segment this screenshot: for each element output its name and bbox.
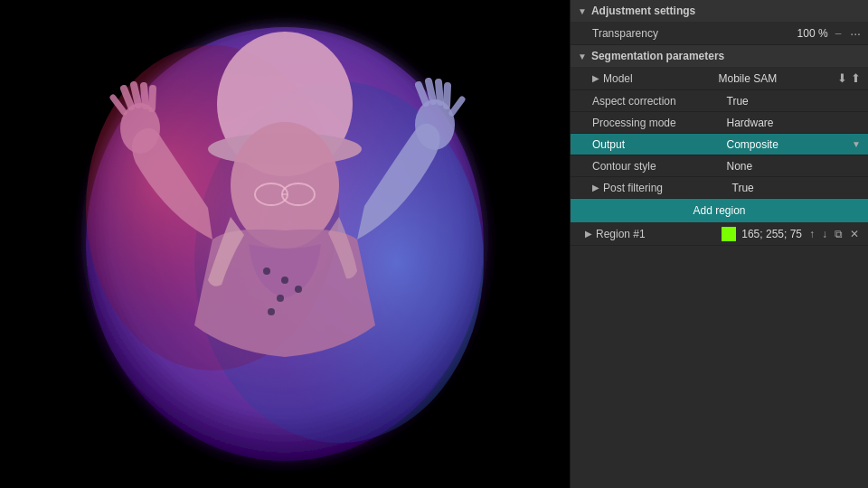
svg-line-25 bbox=[452, 99, 462, 113]
region-expand-arrow: ▶ bbox=[585, 229, 592, 239]
add-region-label: Add region bbox=[693, 204, 745, 217]
add-region-button[interactable]: Add region bbox=[571, 199, 868, 222]
output-dropdown-arrow[interactable]: ▼ bbox=[852, 139, 861, 149]
svg-line-23 bbox=[439, 82, 440, 102]
aspect-correction-value[interactable]: True bbox=[727, 95, 862, 108]
svg-line-24 bbox=[447, 86, 448, 106]
aspect-correction-label: Aspect correction bbox=[592, 95, 727, 108]
segmentation-collapse-arrow: ▼ bbox=[578, 52, 587, 61]
model-expand-arrow: ▶ bbox=[592, 73, 599, 83]
subject-figure bbox=[50, 9, 520, 479]
processing-mode-label: Processing mode bbox=[592, 117, 727, 129]
region-move-up-icon[interactable]: ↑ bbox=[807, 227, 816, 241]
svg-point-9 bbox=[263, 267, 270, 275]
settings-panel: ▼ Adjustment settings Transparency 100 %… bbox=[570, 0, 868, 488]
svg-point-12 bbox=[295, 286, 302, 293]
post-filtering-value[interactable]: True bbox=[732, 182, 862, 194]
post-filtering-row: ▶ Post filtering True bbox=[571, 177, 868, 199]
svg-point-10 bbox=[281, 277, 288, 284]
processing-mode-row: Processing mode Hardware bbox=[571, 112, 868, 134]
contour-style-row: Contour style None bbox=[571, 155, 868, 177]
contour-style-label: Contour style bbox=[592, 160, 727, 173]
contour-style-value[interactable]: None bbox=[727, 160, 862, 173]
processing-mode-value[interactable]: Hardware bbox=[727, 117, 862, 129]
svg-point-13 bbox=[268, 308, 275, 315]
region-color-swatch[interactable] bbox=[722, 227, 736, 241]
region-move-down-icon[interactable]: ↓ bbox=[820, 227, 829, 241]
svg-point-5 bbox=[231, 122, 339, 249]
post-filtering-label: Post filtering bbox=[603, 182, 732, 194]
output-row[interactable]: Output Composite ▼ bbox=[571, 134, 868, 155]
aspect-correction-row: Aspect correction True bbox=[571, 90, 868, 112]
adjustment-settings-header[interactable]: ▼ Adjustment settings bbox=[571, 0, 868, 22]
region-delete-icon[interactable]: ✕ bbox=[848, 227, 861, 241]
model-action-icons: ⬇ ⬆ bbox=[837, 71, 861, 85]
adjustment-settings-title: Adjustment settings bbox=[591, 5, 695, 17]
svg-line-22 bbox=[429, 81, 433, 101]
output-value[interactable]: Composite ▼ bbox=[727, 138, 862, 151]
segmentation-parameters-header[interactable]: ▼ Segmentation parameters bbox=[571, 45, 868, 67]
transparency-minus-button[interactable]: – bbox=[835, 27, 842, 40]
transparency-label: Transparency bbox=[592, 27, 797, 40]
model-row: ▶ Model Mobile SAM ⬇ ⬆ bbox=[571, 67, 868, 90]
region-label: Region #1 bbox=[596, 228, 722, 240]
region-copy-icon[interactable]: ⧉ bbox=[833, 227, 844, 241]
adjustment-collapse-arrow: ▼ bbox=[578, 6, 587, 16]
model-upload-icon[interactable]: ⬆ bbox=[851, 71, 861, 85]
post-filtering-expand-arrow: ▶ bbox=[592, 183, 599, 192]
segmentation-parameters-title: Segmentation parameters bbox=[591, 50, 724, 62]
transparency-row: Transparency 100 % – ··· bbox=[571, 22, 868, 45]
transparency-menu-button[interactable]: ··· bbox=[850, 26, 861, 41]
model-download-icon[interactable]: ⬇ bbox=[837, 71, 847, 85]
output-label: Output bbox=[592, 138, 727, 151]
region-action-icons: ↑ ↓ ⧉ ✕ bbox=[807, 227, 861, 241]
svg-line-17 bbox=[144, 86, 146, 106]
region-1-row[interactable]: ▶ Region #1 165; 255; 75 ↑ ↓ ⧉ ✕ bbox=[571, 222, 868, 246]
svg-line-18 bbox=[152, 89, 153, 108]
region-color-values: 165; 255; 75 bbox=[741, 228, 802, 240]
svg-line-16 bbox=[134, 85, 138, 105]
model-value[interactable]: Mobile SAM bbox=[719, 72, 835, 85]
transparency-value[interactable]: 100 % bbox=[797, 27, 828, 40]
image-canvas bbox=[0, 0, 570, 488]
model-label: Model bbox=[603, 72, 719, 85]
svg-point-11 bbox=[277, 295, 284, 302]
